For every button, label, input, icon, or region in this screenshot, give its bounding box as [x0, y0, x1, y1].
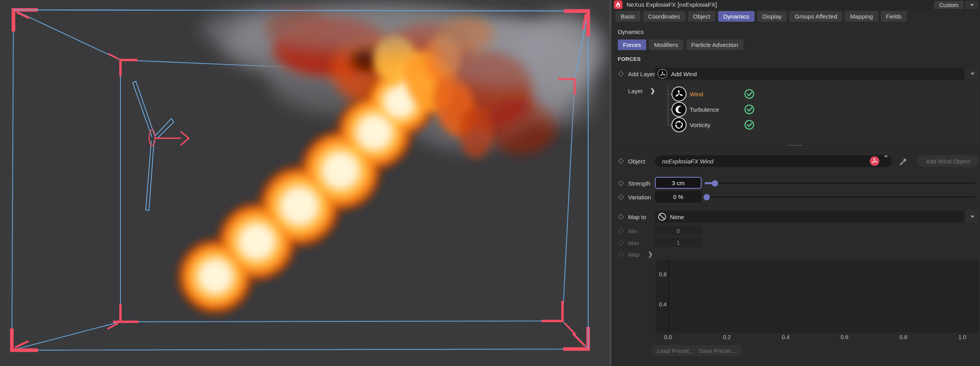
min-label: Min — [628, 228, 638, 235]
layer-name[interactable]: Wind — [690, 90, 703, 97]
strength-slider-handle[interactable] — [712, 180, 718, 186]
parameter-diamond-icon — [618, 228, 624, 234]
layer-tree-label: Layer — [628, 88, 643, 94]
object-row: Object nxExplosiaFX Wind Add Wind Object — [611, 155, 980, 167]
object-dropdown-arrow[interactable] — [884, 158, 888, 165]
strength-input[interactable] — [655, 177, 702, 189]
parameter-diamond-icon — [618, 180, 624, 186]
wind-direction-arrow — [149, 130, 189, 146]
chevron-down-icon — [971, 216, 974, 218]
curve-y-axis-line — [668, 260, 669, 333]
x-tick-label: 0.0 — [664, 334, 672, 340]
object-label: Object — [628, 158, 645, 165]
enabled-check-icon[interactable] — [744, 88, 755, 99]
variation-row: Variation — [611, 191, 980, 203]
enabled-check-icon[interactable] — [744, 119, 755, 130]
x-tick-label: 0.8 — [899, 334, 907, 340]
map-curve-editor[interactable]: 0.8 0.4 — [656, 260, 979, 333]
chevron-down-icon — [884, 156, 888, 164]
subtab-modifiers[interactable]: Modifiers — [649, 39, 683, 50]
variation-slider-handle[interactable] — [703, 194, 710, 200]
tab-mapping[interactable]: Mapping — [845, 11, 878, 22]
parameter-diamond-icon — [618, 71, 624, 77]
layer-item-wind[interactable]: Wind — [663, 86, 979, 101]
chevron-down-icon — [971, 73, 974, 75]
fire-simulation — [178, 6, 604, 314]
map-to-dropdown-arrow[interactable] — [966, 211, 979, 223]
vorticity-icon — [672, 117, 687, 132]
variation-slider[interactable] — [705, 197, 975, 198]
attributes-panel: NeXus ExplosiaFX [nxExplosiaFX] Custom B… — [611, 0, 980, 366]
viewport-3d[interactable] — [0, 0, 609, 366]
object-link-field[interactable]: nxExplosiaFX Wind — [655, 155, 892, 167]
max-label: Max — [628, 240, 639, 246]
panel-tabs: Basic Coordinates Object Dynamics Displa… — [615, 11, 907, 22]
map-to-label: Map to — [628, 214, 646, 220]
map-to-dropdown[interactable]: None — [655, 211, 964, 223]
map-to-value: None — [670, 214, 684, 220]
variation-input[interactable] — [655, 191, 702, 203]
turbulence-icon — [672, 102, 687, 117]
layer-collapse-chevron-icon[interactable]: ❯ — [650, 87, 655, 94]
layer-name[interactable]: Turbulence — [690, 106, 719, 113]
curve-x-axis-labels: 0.0 0.2 0.4 0.6 0.8 1.0 — [656, 334, 979, 341]
layer-item-turbulence[interactable]: Turbulence — [663, 101, 979, 117]
custom-preset-button[interactable]: Custom — [934, 1, 964, 9]
tab-coordinates[interactable]: Coordinates — [643, 11, 685, 22]
layer-list[interactable]: Wind Turbulence Vorticity — [663, 81, 979, 144]
save-preset-button[interactable]: Save Preset... — [692, 345, 742, 356]
strength-slider[interactable] — [705, 183, 975, 184]
tab-dynamics[interactable]: Dynamics — [718, 11, 754, 22]
forces-group-header: FORCES — [618, 56, 641, 62]
map-to-row: Map to None — [611, 211, 980, 223]
tab-object[interactable]: Object — [688, 11, 715, 22]
subtab-forces[interactable]: Forces — [618, 39, 646, 50]
y-tick-label: 0.4 — [659, 301, 666, 308]
add-layer-dropdown[interactable]: Add Wind — [655, 68, 964, 80]
custom-preset-dropdown-arrow[interactable] — [965, 1, 978, 9]
add-layer-dropdown-arrow[interactable] — [966, 68, 979, 80]
add-layer-value: Add Wind — [671, 71, 697, 77]
section-heading-dynamics: Dynamics — [618, 28, 644, 35]
parameter-diamond-icon — [618, 194, 624, 200]
min-input — [655, 226, 702, 235]
max-row: Max — [611, 238, 980, 248]
map-label: Map — [628, 251, 640, 258]
separator — [611, 150, 980, 150]
parameter-diamond-icon — [618, 214, 624, 220]
layer-item-vorticity[interactable]: Vorticity — [663, 117, 979, 132]
tab-display[interactable]: Display — [757, 11, 787, 22]
add-layer-label: Add Layer — [628, 71, 655, 77]
wind-propeller-wireframe — [133, 81, 174, 210]
x-tick-label: 0.6 — [841, 334, 848, 340]
strength-label: Strength — [628, 180, 651, 187]
map-row: Map ❯ — [611, 250, 980, 259]
subtab-particle-advection[interactable]: Particle Advection — [686, 39, 743, 50]
tab-basic[interactable]: Basic — [615, 11, 640, 22]
x-tick-label: 1.0 — [958, 334, 966, 340]
explosiafx-flame-icon — [614, 0, 623, 9]
none-icon — [658, 213, 666, 221]
separator — [611, 206, 980, 206]
map-expand-chevron-icon[interactable]: ❯ — [648, 251, 653, 258]
layer-name[interactable]: Vorticity — [690, 121, 711, 128]
application-window: NeXus ExplosiaFX [nxExplosiaFX] Custom B… — [0, 0, 980, 366]
wind-object-badge-icon[interactable] — [870, 156, 879, 166]
variation-label: Variation — [628, 194, 651, 201]
list-resize-handle[interactable]: ...... — [611, 142, 980, 146]
object-picker-icon[interactable] — [898, 156, 908, 166]
max-input — [655, 238, 702, 247]
wind-force-gizmo[interactable] — [133, 81, 189, 210]
y-tick-label: 0.8 — [659, 271, 666, 278]
panel-title-bar: NeXus ExplosiaFX [nxExplosiaFX] Custom — [611, 0, 980, 10]
object-link-value: nxExplosiaFX Wind — [662, 158, 713, 165]
chevron-down-icon — [970, 4, 974, 6]
parameter-diamond-icon — [618, 158, 624, 164]
viewport-canvas — [0, 0, 609, 366]
enabled-check-icon[interactable] — [744, 104, 755, 115]
x-tick-label: 0.2 — [723, 334, 730, 340]
tab-groups-affected[interactable]: Groups Affected — [790, 11, 842, 22]
gridline — [656, 274, 979, 275]
tab-fields[interactable]: Fields — [881, 11, 907, 22]
add-wind-object-button[interactable]: Add Wind Object — [917, 155, 979, 167]
